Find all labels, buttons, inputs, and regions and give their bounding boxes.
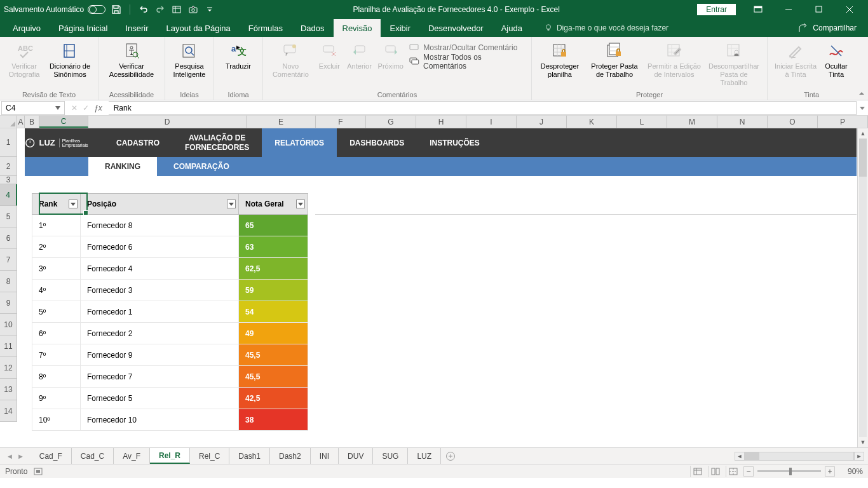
col-F[interactable]: F <box>316 116 366 128</box>
menu-tab-ajuda[interactable]: Ajuda <box>492 19 531 37</box>
menu-tab-inserir[interactable]: Inserir <box>116 19 157 37</box>
sheet-nav-arrows[interactable]: ◄► <box>0 448 31 464</box>
col-M[interactable]: M <box>667 116 717 128</box>
cell-nota[interactable]: 62,5 <box>239 258 308 280</box>
filter-icon[interactable] <box>227 200 236 208</box>
th-posicao[interactable]: Posição <box>81 193 239 215</box>
nav-tab[interactable]: RELATÓRIOS <box>262 128 337 157</box>
sheet-tab[interactable]: SUG <box>373 448 408 464</box>
unprotect-sheet-button[interactable]: Desproteger planilha <box>536 39 584 80</box>
view-normal-icon[interactable] <box>690 466 704 477</box>
cell-posicao[interactable]: Fornecedor 8 <box>81 215 239 236</box>
nav-tab[interactable]: CADASTRO <box>104 128 172 157</box>
minimize-icon[interactable] <box>774 0 803 19</box>
zoom-slider[interactable] <box>757 470 821 472</box>
save-icon[interactable] <box>111 4 122 15</box>
col-B[interactable]: B <box>25 116 39 128</box>
ribbon-display-icon[interactable] <box>743 0 773 19</box>
nav-tab[interactable]: AVALIAÇÃO DEFORNECEDORES <box>172 128 262 157</box>
col-D[interactable]: D <box>88 116 247 128</box>
view-page-break-icon[interactable] <box>726 466 740 477</box>
row-3[interactable]: 3 <box>0 176 17 184</box>
col-N[interactable]: N <box>717 116 768 128</box>
nav-tab[interactable]: INSTRUÇÕES <box>417 128 492 157</box>
formula-expand-icon[interactable] <box>857 105 868 111</box>
menu-tab-arquivo[interactable]: Arquivo <box>4 19 50 37</box>
filter-icon[interactable] <box>69 200 78 208</box>
sheet-tab[interactable]: Dash1 <box>229 448 270 464</box>
col-H[interactable]: H <box>416 116 466 128</box>
horizontal-scrollbar[interactable]: ◄► <box>735 448 868 464</box>
translate-button[interactable]: a文Traduzir <box>218 39 259 72</box>
signin-button[interactable]: Entrar <box>697 4 736 15</box>
menu-tab-exibir[interactable]: Exibir <box>381 19 419 37</box>
share-button[interactable]: Compartilhar <box>799 24 864 32</box>
cell-nota[interactable]: 63 <box>239 236 308 258</box>
cell-nota[interactable]: 45,5 <box>239 366 308 388</box>
name-box[interactable]: C4 <box>1 101 65 115</box>
fx-icon[interactable]: ƒx <box>94 104 102 112</box>
ribbon-collapse-icon[interactable] <box>855 37 868 100</box>
row-11[interactable]: 11 <box>0 336 17 357</box>
col-A[interactable]: A <box>17 116 25 128</box>
undo-icon[interactable] <box>138 4 149 15</box>
select-all-corner[interactable] <box>0 116 17 128</box>
row-2[interactable]: 2 <box>0 157 17 176</box>
sheet-tab[interactable]: Dash2 <box>270 448 311 464</box>
sheet-tab[interactable]: Rel_C <box>190 448 229 464</box>
row-1[interactable]: 1 <box>0 128 17 157</box>
sheet-tab[interactable]: LUZ <box>408 448 441 464</box>
row-7[interactable]: 7 <box>0 249 17 271</box>
smart-lookup-button[interactable]: Pesquisa Inteligente <box>169 39 210 80</box>
cell-posicao[interactable]: Fornecedor 5 <box>81 388 239 409</box>
sheet-tab[interactable]: Cad_F <box>31 448 72 464</box>
sheet-tab[interactable]: Cad_C <box>72 448 114 464</box>
maximize-icon[interactable] <box>804 0 834 19</box>
menu-tab-dados[interactable]: Dados <box>292 19 334 37</box>
cell-rank[interactable]: 8º <box>32 366 81 388</box>
cell-nota[interactable]: 59 <box>239 280 308 301</box>
accessibility-button[interactable]: Verificar Acessibilidade <box>102 39 161 80</box>
col-E[interactable]: E <box>247 116 316 128</box>
sheet-tab[interactable]: DUV <box>339 448 373 464</box>
row-9[interactable]: 9 <box>0 292 17 314</box>
col-P[interactable]: P <box>818 116 868 128</box>
cell-nota[interactable]: 49 <box>239 323 308 344</box>
menu-tab-revisão[interactable]: Revisão <box>334 19 381 37</box>
cell-posicao[interactable]: Fornecedor 2 <box>81 323 239 344</box>
col-I[interactable]: I <box>466 116 517 128</box>
row-5[interactable]: 5 <box>0 206 17 227</box>
cell-nota[interactable]: 45,5 <box>239 344 308 366</box>
col-G[interactable]: G <box>366 116 416 128</box>
sheet-tab[interactable]: Av_F <box>114 448 150 464</box>
menu-tab-página-inicial[interactable]: Página Inicial <box>50 19 116 37</box>
redo-icon[interactable] <box>154 4 166 15</box>
col-J[interactable]: J <box>517 116 567 128</box>
cell-posicao[interactable]: Fornecedor 9 <box>81 344 239 366</box>
zoom-in-button[interactable]: + <box>825 466 835 477</box>
cell-posicao[interactable]: Fornecedor 3 <box>81 280 239 301</box>
cell-rank[interactable]: 9º <box>32 388 81 409</box>
show-all-comments-button[interactable]: Mostrar Todos os Comentários <box>407 55 527 69</box>
row-12[interactable]: 12 <box>0 357 17 379</box>
new-sheet-button[interactable] <box>441 448 460 464</box>
cell-nota[interactable]: 54 <box>239 301 308 323</box>
cell-posicao[interactable]: Fornecedor 7 <box>81 366 239 388</box>
camera-icon[interactable] <box>187 4 199 15</box>
spreadsheet-grid[interactable]: A B C D E F G H I J K L M N O P 1 2 3 4 … <box>0 116 868 447</box>
th-nota[interactable]: Nota Geral <box>239 193 308 215</box>
cell-nota[interactable]: 65 <box>239 215 308 236</box>
cell-posicao[interactable]: Fornecedor 6 <box>81 236 239 258</box>
filter-icon[interactable] <box>296 200 305 208</box>
formula-input[interactable]: Rank <box>109 101 857 115</box>
spelling-button[interactable]: ABCVerificar Ortografia <box>4 39 44 80</box>
row-6[interactable]: 6 <box>0 227 17 249</box>
cell-posicao[interactable]: Fornecedor 10 <box>81 409 239 431</box>
col-L[interactable]: L <box>617 116 667 128</box>
view-page-layout-icon[interactable] <box>708 466 722 477</box>
row-14[interactable]: 14 <box>0 400 17 422</box>
cell-nota[interactable]: 38 <box>239 409 308 431</box>
th-rank[interactable]: Rank <box>32 193 81 215</box>
vertical-scrollbar[interactable]: ▲ ▼ <box>857 128 868 447</box>
menu-tab-fórmulas[interactable]: Fórmulas <box>240 19 292 37</box>
